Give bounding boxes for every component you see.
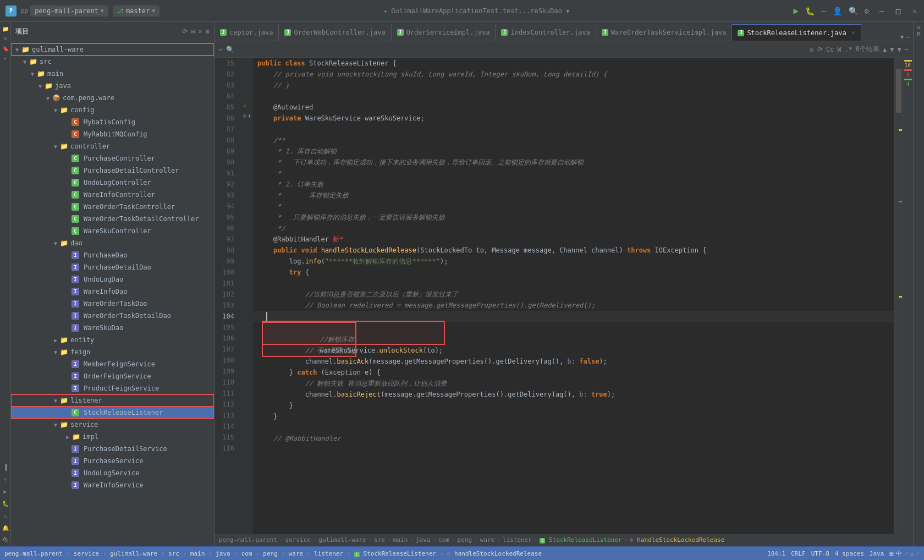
tree-item-WareOrderTaskDetailController[interactable]: ▶ C WareOrderTaskDetailController	[11, 213, 214, 225]
tree-item-WareOrderTaskDetailDao[interactable]: ▶ I WareOrderTaskDetailDao	[11, 310, 214, 322]
status-peng[interactable]: peng	[263, 550, 278, 557]
branch-selector[interactable]: ⎇ master ▼	[113, 6, 160, 17]
tab-interceptor[interactable]: J ceptor.java	[215, 24, 279, 41]
tree-item-PurchaseDetailController[interactable]: ▶ C PurchaseDetailController	[11, 164, 214, 177]
breadcrumb-peng-mall-parent[interactable]: peng-mall-parent	[219, 536, 277, 543]
services-tool-icon[interactable]: ⚡	[1, 54, 10, 63]
tree-item-WareInfoService[interactable]: ▶ I WareInfoService	[11, 479, 214, 491]
status-git-icon[interactable]: ↑	[916, 550, 920, 557]
tree-item-java[interactable]: ▼ 📁 java	[11, 80, 214, 92]
breadcrumb-peng[interactable]: peng	[458, 536, 472, 543]
more-search-icon[interactable]: ⋯	[905, 46, 909, 53]
search-icon[interactable]: 🔍	[849, 7, 858, 15]
maximize-button[interactable]: □	[894, 7, 902, 15]
refresh-icon[interactable]: ⟳	[817, 46, 823, 53]
project-tool-icon[interactable]: 📁	[1, 24, 10, 33]
status-check-icon[interactable]: ✓	[904, 550, 908, 557]
tree-item-entity[interactable]: ▶ 📁 entity	[11, 334, 214, 346]
status-java[interactable]: java	[216, 550, 230, 557]
status-zh-icon[interactable]: 中	[896, 550, 902, 558]
bookmarks-tool-icon[interactable]: 🔖	[1, 44, 10, 53]
settings-tree-icon[interactable]: ⚙	[206, 28, 210, 35]
tree-item-dao[interactable]: ▼ 📁 dao	[11, 237, 214, 249]
debug-tool-icon[interactable]: 🐛	[1, 499, 10, 508]
status-indent[interactable]: 4 spaces	[835, 550, 864, 557]
tree-item-WareInfoController[interactable]: ▶ C WareInfoController	[11, 189, 214, 201]
plugins-tool-icon[interactable]: 🔌	[1, 535, 10, 544]
right-sidebar-icon-2[interactable]: M	[917, 31, 920, 37]
problems-tool-icon[interactable]: ⚠	[1, 511, 10, 520]
run-tool-icon[interactable]: ▶	[1, 487, 10, 496]
filter-icon[interactable]: ▼	[898, 46, 901, 53]
next-result-icon[interactable]: ▼	[890, 46, 894, 53]
status-com[interactable]: com	[241, 550, 252, 557]
tree-item-listener[interactable]: ▼ 📁 listener	[11, 394, 214, 407]
breadcrumb-handleStockLockedRelease[interactable]: ⊕ handleStockLockedRelease	[630, 536, 724, 543]
tree-item-WareInfoDao[interactable]: ▶ I WareInfoDao	[11, 286, 214, 298]
settings-icon[interactable]: ⚙	[865, 7, 869, 15]
tree-item-PurchaseDao[interactable]: ▶ I PurchaseDao	[11, 249, 214, 261]
tree-item-src[interactable]: ▼ 📁 src	[11, 56, 214, 68]
breadcrumb-service[interactable]: service	[285, 536, 311, 543]
more-button[interactable]: ⋯	[821, 7, 826, 15]
tab-OrderWebController[interactable]: J OrderWebController.java	[279, 24, 391, 41]
tree-item-main[interactable]: ▼ 📁 main	[11, 68, 214, 80]
search-code-icon[interactable]: 🔍	[226, 46, 234, 53]
tab-StockReleaseListener[interactable]: J StockReleaseListener.java ✕	[732, 24, 861, 41]
tree-item-MybatisConfig[interactable]: ▶ C MybatisConfig	[11, 116, 214, 128]
tab-close-icon[interactable]: ✕	[851, 29, 855, 36]
status-src[interactable]: src	[168, 550, 179, 557]
close-search-icon[interactable]: ✕	[809, 45, 813, 54]
nav-back-icon[interactable]: ←	[219, 46, 223, 53]
prev-result-icon[interactable]: ▲	[883, 46, 887, 53]
breadcrumb-src[interactable]: src	[374, 536, 385, 543]
status-warning-icon-bar[interactable]: ⚠	[910, 550, 914, 557]
tree-item-ProductFeignService[interactable]: ▶ I ProductFeignService	[11, 382, 214, 394]
breadcrumb-java[interactable]: java	[416, 536, 431, 543]
tree-item-WareOrderTaskController[interactable]: ▶ C WareOrderTaskController	[11, 201, 214, 213]
status-crlf[interactable]: CRLF	[791, 550, 806, 557]
breadcrumb-main[interactable]: main	[393, 536, 408, 543]
minimize-button[interactable]: —	[878, 7, 886, 15]
tree-item-MyRabbitMQConfig[interactable]: ▶ C MyRabbitMQConfig	[11, 128, 214, 140]
tree-item-PurchaseService[interactable]: ▶ I PurchaseService	[11, 455, 214, 467]
debug-button[interactable]: 🐛	[805, 7, 815, 15]
sync-icon[interactable]: ⟳	[182, 28, 188, 35]
tree-item-UndoLogDao[interactable]: ▶ I UndoLogDao	[11, 273, 214, 286]
tree-item-controller[interactable]: ▼ 📁 controller	[11, 140, 214, 152]
status-position[interactable]: 104:1	[767, 550, 785, 557]
close-button[interactable]: ✕	[911, 7, 919, 15]
tree-item-PurchaseDetailDao[interactable]: ▶ I PurchaseDetailDao	[11, 261, 214, 273]
code-content[interactable]: public class StockReleaseListener { // p…	[253, 58, 894, 534]
tree-item-StockReleaseListener[interactable]: ▶ C StockReleaseListener	[11, 407, 214, 419]
status-ware[interactable]: ware	[289, 550, 304, 557]
notifications-tool-icon[interactable]: 🔔	[1, 523, 10, 532]
git-tool-icon[interactable]: ↑	[1, 475, 10, 484]
terminal-tool-icon[interactable]: ▐	[1, 463, 10, 471]
code-editor[interactable]: 35 82 83 84 85 86 87 88 89 90 91 92 93 9…	[215, 58, 913, 534]
status-listener[interactable]: listener	[314, 550, 343, 557]
tree-item-PurchaseDetailService[interactable]: ▶ I PurchaseDetailService	[11, 443, 214, 455]
tree-item-feign[interactable]: ▼ 📁 feign	[11, 346, 214, 358]
tab-OrderServiceImpl[interactable]: J OrderServiceImpl.java	[392, 24, 496, 41]
tab-IndexController[interactable]: J IndexController.java	[496, 24, 596, 41]
status-lang[interactable]: Java	[870, 550, 884, 557]
breadcrumb-ware[interactable]: ware	[480, 536, 495, 543]
project-selector[interactable]: peng-mall-parent ▼	[30, 6, 108, 17]
tree-item-config[interactable]: ▼ 📁 config	[11, 104, 214, 116]
collapse-icon[interactable]: ⊟	[191, 28, 195, 35]
breadcrumb-StockReleaseListener[interactable]: C StockReleaseListener	[540, 536, 622, 543]
tree-item-MemberFeignService[interactable]: ▶ I MemberFeignService	[11, 358, 214, 370]
project-dropdown-icon[interactable]: ▼	[101, 8, 104, 14]
status-peng-mall-parent[interactable]: peng-mall-parent	[4, 550, 63, 557]
scroll-thumb[interactable]	[896, 69, 901, 113]
tree-item-com-peng-ware[interactable]: ▼ 📦 com.peng.ware	[11, 92, 214, 104]
tree-item-UndoLogController[interactable]: ▶ C UndoLogController	[11, 177, 214, 189]
tree-item-UndoLogService[interactable]: ▶ I UndoLogService	[11, 467, 214, 479]
status-service[interactable]: service	[74, 550, 99, 557]
tree-item-OrderFeignService[interactable]: ▶ I OrderFeignService	[11, 370, 214, 382]
right-sidebar-icon-1[interactable]: ≋	[917, 24, 920, 30]
tree-item-WareSkuController[interactable]: ▶ C WareSkuController	[11, 225, 214, 237]
status-StockReleaseListener[interactable]: StockReleaseListener	[364, 550, 436, 557]
status-layout-icon[interactable]: ⊞	[889, 550, 894, 558]
